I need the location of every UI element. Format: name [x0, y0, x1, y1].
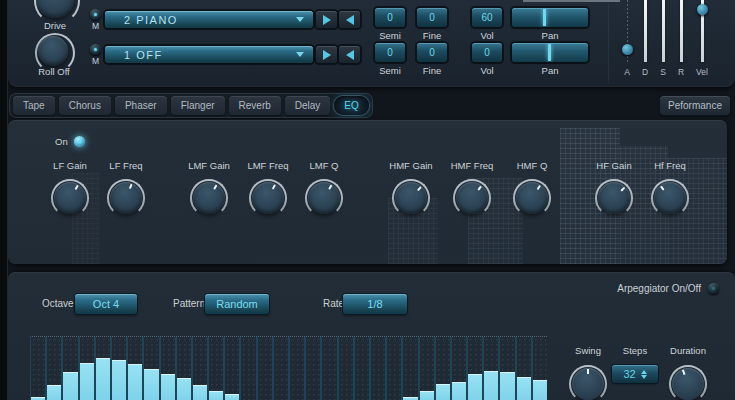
- env-slider-a[interactable]: A: [619, 0, 635, 77]
- arpeggiator-onoff-led[interactable]: [708, 283, 719, 294]
- swing-knob[interactable]: [569, 365, 607, 400]
- layer1-prev-button[interactable]: [339, 11, 360, 28]
- duration-knob-cap: [672, 368, 704, 400]
- arp-step-22[interactable]: [371, 337, 387, 400]
- arp-step-32[interactable]: [533, 337, 547, 400]
- arp-step-15[interactable]: [258, 337, 274, 400]
- eq-knob-lmf-gain[interactable]: LMF Gain: [181, 160, 237, 217]
- rate-select[interactable]: 1/8: [343, 294, 407, 314]
- slider-thumb[interactable]: [622, 44, 633, 55]
- knob-cap: [308, 182, 340, 214]
- eq-knob-lmf-freq[interactable]: LMF Freq: [240, 160, 296, 217]
- arp-step-19[interactable]: [322, 337, 338, 400]
- eq-knob-label: Hf Freq: [642, 160, 698, 171]
- arp-step-10[interactable]: [177, 337, 193, 400]
- tab-phaser[interactable]: Phaser: [115, 96, 167, 115]
- layer2-prev-button[interactable]: [339, 46, 360, 63]
- arp-step-bar: [452, 382, 466, 400]
- knob-cap: [110, 182, 142, 214]
- tab-delay[interactable]: Delay: [285, 96, 331, 115]
- rolloff-knob[interactable]: [38, 36, 68, 66]
- octave-select[interactable]: Oct 4: [75, 294, 137, 314]
- arp-step-25[interactable]: [420, 337, 436, 400]
- arp-step-20[interactable]: [339, 337, 355, 400]
- arp-step-2[interactable]: [47, 337, 63, 400]
- arp-step-5[interactable]: [96, 337, 112, 400]
- arp-step-bar: [468, 374, 482, 400]
- performance-button[interactable]: Peformance: [660, 96, 730, 115]
- arp-step-24[interactable]: [403, 337, 419, 400]
- arp-step-31[interactable]: [517, 337, 533, 400]
- mute-led-layer1[interactable]: [90, 9, 101, 20]
- duration-knob[interactable]: [669, 365, 707, 400]
- arp-step-bar: [47, 385, 61, 400]
- layer1-selection-text: 2 PIANO: [124, 14, 178, 26]
- tab-reverb[interactable]: Reverb: [229, 96, 281, 115]
- arp-step-3[interactable]: [63, 337, 79, 400]
- knob-cap: [456, 182, 488, 214]
- env-slider-s[interactable]: S: [655, 0, 671, 77]
- arrow-left-icon: [346, 15, 354, 25]
- arp-step-30[interactable]: [500, 337, 516, 400]
- tab-flanger[interactable]: Flanger: [171, 96, 225, 115]
- eq-knob-lmf-q[interactable]: LMF Q: [296, 160, 352, 217]
- arp-step-23[interactable]: [387, 337, 403, 400]
- tab-tape[interactable]: Tape: [13, 96, 55, 115]
- layer2-select[interactable]: 1 OFF: [105, 46, 313, 63]
- env-slider-r[interactable]: R: [673, 0, 689, 77]
- semi-value-layer1[interactable]: 0: [375, 8, 405, 27]
- arp-step-13[interactable]: [225, 337, 241, 400]
- arp-step-28[interactable]: [468, 337, 484, 400]
- arp-step-14[interactable]: [241, 337, 257, 400]
- fine-value-layer1[interactable]: 0: [417, 8, 447, 27]
- steps-value: 32: [623, 368, 635, 380]
- eq-knob-hmf-q[interactable]: HMF Q: [504, 160, 560, 217]
- vol-label: Vol: [472, 65, 502, 76]
- arp-step-26[interactable]: [436, 337, 452, 400]
- arp-step-6[interactable]: [112, 337, 128, 400]
- env-slider-d[interactable]: D: [637, 0, 653, 77]
- arp-step-16[interactable]: [274, 337, 290, 400]
- eq-knob-label: HMF Q: [504, 160, 560, 171]
- arp-step-17[interactable]: [290, 337, 306, 400]
- vol-value-layer1[interactable]: 60: [472, 8, 502, 27]
- eq-knob-lf-freq[interactable]: LF Freq: [98, 160, 154, 217]
- arp-step-7[interactable]: [128, 337, 144, 400]
- vol-label: Vol: [472, 30, 502, 41]
- arp-step-1[interactable]: [31, 337, 47, 400]
- layer1-next-button[interactable]: [316, 11, 337, 28]
- arp-step-bar: [144, 369, 158, 400]
- steps-stepper[interactable]: 32: [612, 365, 658, 383]
- pan-slider-layer1[interactable]: [512, 8, 588, 27]
- env-slider-vel[interactable]: Vel: [694, 0, 710, 77]
- eq-knob-lf-gain[interactable]: LF Gain: [42, 160, 98, 217]
- arp-step-8[interactable]: [144, 337, 160, 400]
- vol-value-layer2[interactable]: 0: [472, 43, 502, 62]
- knob-cap: [193, 182, 225, 214]
- spinner-arrows-icon[interactable]: [641, 370, 647, 379]
- duration-label: Duration: [660, 345, 716, 356]
- semi-value-layer2[interactable]: 0: [375, 43, 405, 62]
- pan-slider-layer2[interactable]: [512, 43, 588, 62]
- eq-on-led[interactable]: [74, 136, 85, 147]
- pattern-select[interactable]: Random: [205, 294, 269, 314]
- arp-step-21[interactable]: [355, 337, 371, 400]
- arp-step-27[interactable]: [452, 337, 468, 400]
- arp-step-18[interactable]: [306, 337, 322, 400]
- arp-step-9[interactable]: [161, 337, 177, 400]
- eq-knob-hf-freq[interactable]: Hf Freq: [642, 160, 698, 217]
- fine-value-layer2[interactable]: 0: [417, 43, 447, 62]
- tab-eq[interactable]: EQ: [334, 96, 368, 115]
- eq-knob-hmf-gain[interactable]: HMF Gain: [383, 160, 439, 217]
- slider-thumb[interactable]: [697, 4, 708, 15]
- arp-step-4[interactable]: [80, 337, 96, 400]
- arp-step-12[interactable]: [209, 337, 225, 400]
- eq-knob-hf-gain[interactable]: HF Gain: [586, 160, 642, 217]
- tab-chorus[interactable]: Chorus: [59, 96, 111, 115]
- mute-led-layer2[interactable]: [90, 44, 101, 55]
- eq-knob-hmf-freq[interactable]: HMF Freq: [444, 160, 500, 217]
- layer2-next-button[interactable]: [316, 46, 337, 63]
- layer1-select[interactable]: 2 PIANO: [105, 11, 313, 28]
- arp-step-29[interactable]: [484, 337, 500, 400]
- arp-step-11[interactable]: [193, 337, 209, 400]
